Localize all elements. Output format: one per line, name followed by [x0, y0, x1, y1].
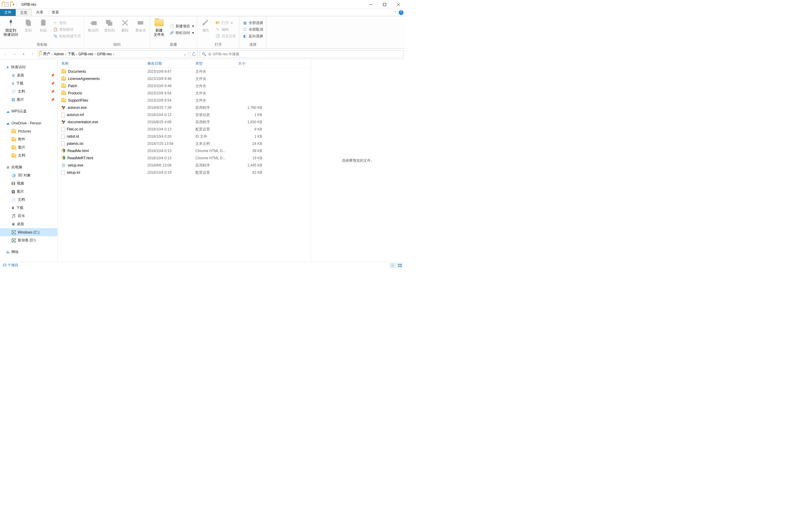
- invert-selection-button[interactable]: ◧反向选择: [241, 33, 264, 39]
- breadcrumb-segment[interactable]: 下载: [67, 51, 75, 57]
- file-row[interactable]: 🦅documentation.exe2018/9/25 4:06应用程序1,83…: [58, 118, 311, 126]
- recent-locations-icon[interactable]: ▾: [20, 51, 27, 58]
- setup-icon: 💿: [61, 163, 66, 167]
- tab-home[interactable]: 主页: [16, 9, 32, 16]
- nav-drive-d[interactable]: 💽新加卷 (D:): [0, 236, 57, 244]
- copy-button[interactable]: 复制: [22, 17, 35, 41]
- folder-icon: [61, 70, 66, 73]
- pin-quick-access-button[interactable]: 固定到 快速访问: [2, 17, 20, 41]
- forward-button[interactable]: →: [11, 51, 18, 58]
- paste-button[interactable]: 粘贴: [37, 17, 50, 41]
- nav-quick-access[interactable]: ★快速访问: [0, 63, 57, 71]
- nav-desktop[interactable]: 🖥桌面📌: [0, 71, 57, 79]
- open-button[interactable]: 📂打开▾: [214, 20, 237, 26]
- file-row[interactable]: LicenseAgreements2023/10/9 9:48文件夹: [58, 75, 311, 82]
- nav-3d[interactable]: 🧊3D 对象: [0, 171, 57, 179]
- file-row[interactable]: 💿setup.exe2018/9/6 13:09应用程序1,445 KB: [58, 162, 311, 169]
- breadcrumb-segment[interactable]: 用户: [42, 51, 51, 57]
- file-row[interactable]: SupportFiles2023/10/9 9:54文件夹: [58, 97, 311, 104]
- nav-video[interactable]: 🎞视频: [0, 179, 57, 188]
- back-button[interactable]: ←: [2, 51, 9, 58]
- file-type: 文件夹: [195, 69, 238, 74]
- qat-checkbox-icon[interactable]: ✓: [4, 2, 8, 6]
- nav-this-pc[interactable]: 🖥此电脑: [0, 163, 57, 171]
- qat-dropdown-icon[interactable]: ▾: [13, 2, 15, 6]
- file-row[interactable]: ReadMeRT.html2018/10/4 0:13Chrome HTML D…: [58, 154, 311, 162]
- edit-button[interactable]: ✎编辑: [214, 26, 237, 33]
- nav-pc-docs[interactable]: 📄文档: [0, 196, 57, 204]
- nav-wps[interactable]: ☁WPS云盘: [0, 107, 57, 115]
- nav-documents[interactable]: 📄文档📌: [0, 88, 57, 96]
- nav-onedrive[interactable]: ☁OneDrive - Person: [0, 119, 57, 127]
- file-list[interactable]: Documents2023/10/9 9:47文件夹LicenseAgreeme…: [58, 68, 311, 262]
- view-details-button[interactable]: [390, 263, 396, 268]
- nav-pictures[interactable]: 🖼图片📌: [0, 96, 57, 104]
- new-item-button[interactable]: 📄新建项目▾: [168, 23, 195, 30]
- file-date: 2018/9/25 4:06: [147, 120, 195, 124]
- nav-od-pics-cn[interactable]: 图片: [0, 144, 57, 151]
- file-row[interactable]: Documents2023/10/9 9:47文件夹: [58, 68, 311, 75]
- nav-drive-c[interactable]: 💽Windows (C:): [0, 228, 57, 236]
- file-row[interactable]: autorun.inf2018/10/4 0:13安装信息1 KB: [58, 111, 311, 118]
- breadcrumb[interactable]: › 用户› Admin› 下载› GPIB-res› GPIB-res› ⌄: [38, 50, 188, 58]
- file-date: 2018/9/6 13:09: [147, 163, 195, 167]
- select-none-button[interactable]: ☐全部取消: [241, 26, 264, 33]
- properties-button[interactable]: 属性: [199, 17, 212, 41]
- new-folder-button[interactable]: 新建 文件夹: [152, 17, 166, 41]
- nav-pc-pics[interactable]: 🖼图片: [0, 188, 57, 196]
- nav-pc-dl[interactable]: ⬇下载: [0, 204, 57, 212]
- breadcrumb-segment[interactable]: Admin: [53, 52, 64, 56]
- tab-file[interactable]: 文件: [0, 9, 16, 16]
- column-headers[interactable]: 名称 修改日期 类型 大小: [58, 59, 311, 68]
- collapse-ribbon-icon[interactable]: ⌃: [394, 11, 397, 15]
- column-date[interactable]: 修改日期: [147, 61, 195, 66]
- history-button[interactable]: 🕒历史记录: [214, 33, 237, 39]
- file-date: 2018/10/4 0:19: [147, 170, 195, 175]
- file-row[interactable]: Patch2023/10/9 9:48文件夹: [58, 82, 311, 90]
- tab-view[interactable]: 查看: [48, 9, 63, 16]
- easy-access-button[interactable]: 🔗轻松访问▾: [168, 30, 195, 36]
- file-row[interactable]: ReadMe.html2018/10/4 0:13Chrome HTML D..…: [58, 147, 311, 154]
- search-input[interactable]: [208, 52, 402, 56]
- file-row[interactable]: patents.txt2018/7/25 13:54文本文档24 KB: [58, 140, 311, 147]
- file-row[interactable]: Products2023/10/9 9:54文件夹: [58, 90, 311, 97]
- nav-od-docs[interactable]: 文档: [0, 151, 57, 159]
- select-all-button[interactable]: ▦全部选择: [241, 20, 264, 26]
- copy-to-button[interactable]: 复制到: [102, 17, 117, 41]
- file-row[interactable]: 🦅autorun.exe2018/9/25 7:39应用程序1,760 KB: [58, 104, 311, 111]
- refresh-button[interactable]: [190, 50, 198, 58]
- rename-button[interactable]: 重命名: [133, 17, 148, 41]
- minimize-button[interactable]: [364, 0, 378, 9]
- nav-pc-desktop[interactable]: 🖥桌面: [0, 220, 57, 228]
- column-size[interactable]: 大小: [238, 61, 265, 66]
- file-name: patents.txt: [67, 141, 83, 146]
- up-button[interactable]: ↑: [29, 51, 36, 58]
- help-icon[interactable]: ?: [399, 10, 404, 15]
- copy-path-button[interactable]: 📋复制路径: [52, 26, 82, 33]
- nav-downloads[interactable]: ⬇下载📌: [0, 79, 57, 88]
- breadcrumb-dropdown-icon[interactable]: ⌄: [182, 52, 188, 56]
- nav-od-attach[interactable]: 附件: [0, 135, 57, 144]
- downloads-icon: ⬇: [12, 81, 15, 86]
- delete-button[interactable]: 删除: [118, 17, 132, 41]
- breadcrumb-segment[interactable]: GPIB-res: [78, 52, 94, 56]
- close-button[interactable]: [391, 0, 405, 9]
- nav-music[interactable]: 🎵音乐: [0, 212, 57, 220]
- paste-shortcut-button[interactable]: 📎粘贴快捷方式: [52, 33, 82, 39]
- nav-network[interactable]: 🖧网络: [0, 248, 57, 256]
- cut-button[interactable]: ✂剪切: [52, 20, 82, 26]
- navigation-pane[interactable]: ★快速访问 🖥桌面📌 ⬇下载📌 📄文档📌 🖼图片📌 ☁WPS云盘 ☁OneDri…: [0, 59, 58, 262]
- tab-share[interactable]: 共享: [32, 9, 48, 16]
- breadcrumb-segment[interactable]: GPIB-res: [96, 52, 112, 56]
- maximize-button[interactable]: [378, 0, 391, 9]
- file-row[interactable]: setup.ini2018/10/4 0:19配置设置82 KB: [58, 169, 311, 176]
- column-name[interactable]: 名称: [58, 61, 147, 66]
- search-box[interactable]: 🔍: [200, 50, 404, 58]
- file-row[interactable]: nidist.id2018/10/4 0:20ID 文件1 KB: [58, 133, 311, 140]
- file-size: 1,760 KB: [238, 106, 265, 110]
- column-type[interactable]: 类型: [195, 61, 238, 66]
- move-to-button[interactable]: 移动到: [86, 17, 100, 41]
- file-row[interactable]: FileLoc.ini2018/10/4 0:13配置设置9 KB: [58, 126, 311, 133]
- nav-od-pictures[interactable]: Pictures: [0, 127, 57, 135]
- view-thumbnails-button[interactable]: [397, 263, 403, 268]
